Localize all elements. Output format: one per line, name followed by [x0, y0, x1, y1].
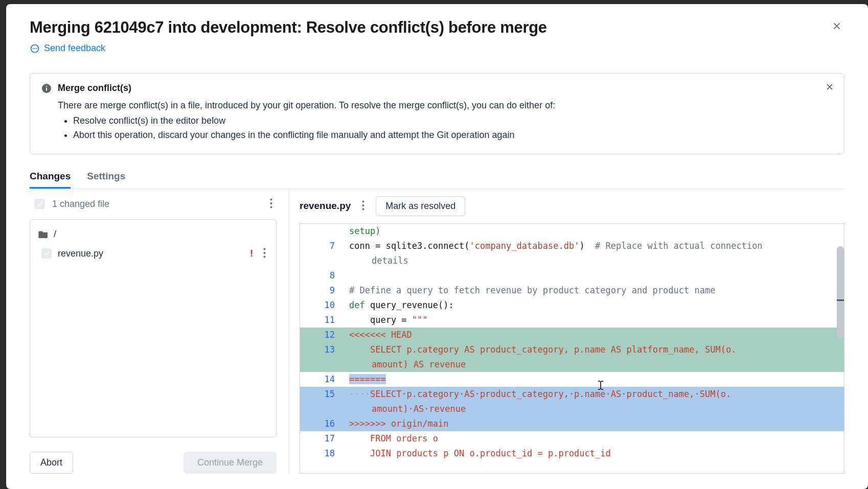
file-checkbox[interactable]: [41, 248, 52, 259]
code-line[interactable]: 9# Define a query to fetch revenue by pr…: [300, 283, 844, 298]
close-icon: [831, 20, 842, 32]
code-line[interactable]: 16>>>>>>> origin/main: [300, 416, 844, 431]
scrollbar-thumb[interactable]: [837, 246, 844, 338]
code-line[interactable]: 10def query_revenue():: [300, 298, 844, 313]
line-number: 10: [300, 298, 346, 313]
changes-panel: 1 changed file / revenue.py: [30, 189, 289, 474]
mark-resolved-button[interactable]: Mark as resolved: [376, 196, 465, 216]
code-line-wrap[interactable]: amount) AS revenue: [300, 357, 844, 372]
svg-point-9: [264, 255, 266, 258]
code-line[interactable]: 18 JOIN products p ON o.product_id = p.p…: [300, 446, 844, 461]
tree-file-item[interactable]: revenue.py !: [36, 243, 270, 265]
editor-panel: revenue.py Mark as resolved setup)7conn …: [289, 189, 844, 474]
code-line[interactable]: 11 query = """: [300, 313, 844, 328]
feedback-icon: [30, 43, 40, 54]
svg-point-8: [264, 252, 266, 254]
code-content[interactable]: # Define a query to fetch revenue by pro…: [346, 283, 844, 298]
code-content[interactable]: ····SELECT·p.category·AS·product_categor…: [346, 387, 844, 402]
line-number: 18: [300, 446, 346, 461]
alert-title: Merge conflict(s): [58, 83, 131, 94]
line-number: 11: [300, 313, 346, 328]
editor-menu-button[interactable]: [360, 198, 367, 214]
file-menu-button[interactable]: [261, 246, 268, 262]
main-content: 1 changed file / revenue.py: [30, 189, 844, 474]
line-number: 14: [300, 372, 346, 387]
code-content[interactable]: JOIN products p ON o.product_id = p.prod…: [346, 446, 844, 461]
alert-bullet: Resolve conflict(s) in the editor below: [73, 114, 833, 128]
merge-conflict-alert: Merge conflict(s) There are merge confli…: [30, 73, 844, 154]
code-content[interactable]: <<<<<<< HEAD: [346, 328, 844, 342]
kebab-icon: [270, 198, 272, 208]
code-line[interactable]: setup): [300, 224, 844, 239]
line-number: 7: [300, 239, 346, 253]
dismiss-alert-button[interactable]: [825, 82, 835, 94]
info-icon: [41, 83, 52, 94]
svg-point-7: [264, 248, 266, 250]
close-modal-button[interactable]: [829, 18, 844, 35]
svg-rect-3: [46, 86, 47, 87]
continue-merge-button: Continue Merge: [184, 452, 277, 474]
code-line[interactable]: 12<<<<<<< HEAD: [300, 328, 844, 342]
svg-point-10: [362, 200, 364, 202]
line-number: 12: [300, 328, 346, 342]
svg-point-4: [270, 198, 272, 200]
send-feedback-link[interactable]: Send feedback: [30, 43, 844, 54]
line-number: 13: [300, 342, 346, 357]
line-number: [300, 224, 346, 239]
abort-button[interactable]: Abort: [30, 452, 73, 474]
modal-title: Merging 621049c7 into development: Resol…: [30, 18, 547, 37]
close-icon: [825, 82, 835, 92]
tree-root-label: /: [54, 229, 56, 240]
tab-changes[interactable]: Changes: [30, 171, 71, 189]
feedback-label: Send feedback: [44, 43, 105, 54]
tabs: Changes Settings: [30, 171, 844, 189]
alert-bullet: Abort this operation, discard your chang…: [73, 128, 833, 143]
tab-settings[interactable]: Settings: [87, 171, 125, 189]
code-content[interactable]: =======: [346, 372, 844, 387]
code-line[interactable]: 15····SELECT·p.category·AS·product_categ…: [300, 387, 844, 402]
line-number: 8: [300, 268, 346, 283]
modal-header: Merging 621049c7 into development: Resol…: [30, 18, 844, 37]
svg-rect-2: [46, 87, 47, 90]
code-content[interactable]: >>>>>>> origin/main: [346, 416, 844, 431]
file-tree: / revenue.py !: [30, 219, 277, 437]
svg-point-6: [270, 206, 272, 208]
code-line[interactable]: 13 SELECT p.category AS product_category…: [300, 342, 844, 357]
code-line[interactable]: 14=======: [300, 372, 844, 387]
svg-point-12: [362, 208, 364, 210]
code-content[interactable]: [346, 268, 844, 283]
code-content[interactable]: FROM orders o: [346, 431, 844, 446]
alert-body: There are merge conflict(s) in a file, i…: [41, 99, 833, 143]
editor-filename: revenue.py: [300, 200, 351, 212]
code-content[interactable]: conn = sqlite3.connect('company_database…: [346, 239, 844, 253]
scroll-indicator: [837, 299, 844, 301]
code-line[interactable]: 7conn = sqlite3.connect('company_databas…: [300, 239, 844, 253]
code-editor[interactable]: setup)7conn = sqlite3.connect('company_d…: [300, 223, 844, 474]
line-number: 9: [300, 283, 346, 298]
alert-bullets: Resolve conflict(s) in the editor below …: [58, 114, 833, 143]
changed-files-count: 1 changed file: [52, 199, 109, 209]
tree-root[interactable]: /: [36, 226, 270, 243]
line-number: 16: [300, 416, 346, 431]
changes-header: 1 changed file: [30, 196, 277, 219]
code-content[interactable]: setup): [346, 224, 844, 239]
kebab-icon: [362, 200, 364, 211]
line-number: 15: [300, 387, 346, 402]
code-line-wrap[interactable]: details: [300, 253, 844, 268]
changes-menu-button[interactable]: [268, 196, 275, 212]
svg-point-11: [362, 204, 364, 206]
code-line[interactable]: 17 FROM orders o: [300, 431, 844, 446]
code-content[interactable]: query = """: [346, 313, 844, 328]
svg-point-5: [270, 202, 272, 204]
select-all-checkbox[interactable]: [35, 199, 45, 209]
code-line-wrap[interactable]: amount)·AS·revenue: [300, 402, 844, 416]
folder-icon: [38, 230, 49, 238]
kebab-icon: [263, 248, 266, 258]
line-number: 17: [300, 431, 346, 446]
conflict-indicator-icon: !: [250, 248, 253, 259]
code-content[interactable]: SELECT p.category AS product_category, p…: [346, 342, 844, 357]
code-content[interactable]: def query_revenue():: [346, 298, 844, 313]
code-line[interactable]: 8: [300, 268, 844, 283]
changes-actions: Abort Continue Merge: [30, 452, 277, 474]
editor-header: revenue.py Mark as resolved: [300, 196, 844, 223]
